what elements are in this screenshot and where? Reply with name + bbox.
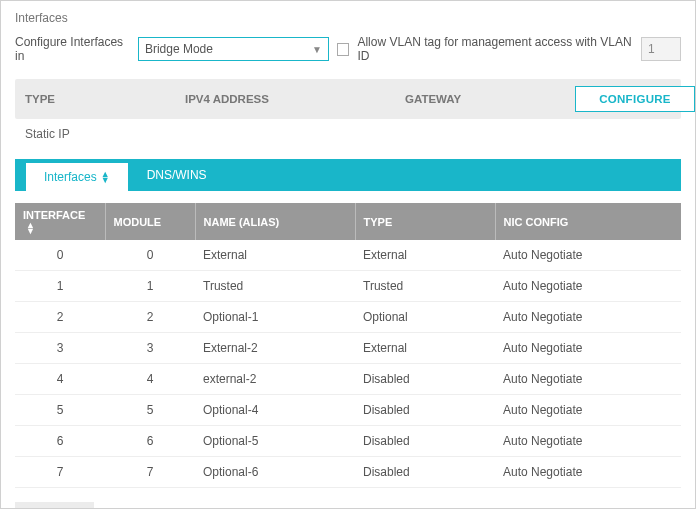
th-name[interactable]: NAME (ALIAS) (195, 203, 355, 240)
cell-module: 7 (105, 457, 195, 488)
mode-select[interactable]: Bridge Mode ▼ (138, 37, 329, 61)
cell-module: 5 (105, 395, 195, 426)
cell-module: 4 (105, 364, 195, 395)
summary-th-type: TYPE (25, 93, 185, 105)
cell-interface: 3 (15, 333, 105, 364)
cell-nic: Auto Negotiate (495, 395, 681, 426)
cell-nic: Auto Negotiate (495, 302, 681, 333)
summary-th-gateway: GATEWAY (405, 93, 575, 105)
summary-type-value: Static IP (15, 119, 681, 159)
page-title: Interfaces (15, 11, 681, 25)
tab-interfaces-label: Interfaces (44, 170, 97, 184)
cell-type: Disabled (355, 457, 495, 488)
table-row[interactable]: 55Optional-4DisabledAuto Negotiate (15, 395, 681, 426)
configure-button[interactable]: CONFIGURE (575, 86, 695, 112)
summary-header: TYPE IPV4 ADDRESS GATEWAY CONFIGURE (15, 79, 681, 119)
cell-name: External-2 (195, 333, 355, 364)
cell-interface: 1 (15, 271, 105, 302)
vlan-checkbox[interactable] (337, 43, 349, 56)
cell-name: Optional-4 (195, 395, 355, 426)
cell-interface: 7 (15, 457, 105, 488)
interfaces-table: INTERFACE ▲▼ MODULE NAME (ALIAS) TYPE NI… (15, 203, 681, 488)
tab-interfaces[interactable]: Interfaces ▲▼ (25, 162, 129, 191)
cell-type: Trusted (355, 271, 495, 302)
cell-module: 6 (105, 426, 195, 457)
table-row[interactable]: 00ExternalExternalAuto Negotiate (15, 240, 681, 271)
summary-th-ipv4: IPV4 ADDRESS (185, 93, 405, 105)
cell-module: 1 (105, 271, 195, 302)
vlan-id-input[interactable] (641, 37, 681, 61)
table-row[interactable]: 77Optional-6DisabledAuto Negotiate (15, 457, 681, 488)
tab-dnswins[interactable]: DNS/WINS (129, 159, 225, 191)
cell-name: Optional-1 (195, 302, 355, 333)
configure-label: Configure Interfaces in (15, 35, 130, 63)
cell-module: 3 (105, 333, 195, 364)
cell-nic: Auto Negotiate (495, 333, 681, 364)
cell-name: Optional-6 (195, 457, 355, 488)
cell-nic: Auto Negotiate (495, 364, 681, 395)
cell-nic: Auto Negotiate (495, 426, 681, 457)
th-interface[interactable]: INTERFACE ▲▼ (15, 203, 105, 240)
cell-type: External (355, 240, 495, 271)
cell-type: External (355, 333, 495, 364)
cell-interface: 5 (15, 395, 105, 426)
table-row[interactable]: 66Optional-5DisabledAuto Negotiate (15, 426, 681, 457)
cell-module: 0 (105, 240, 195, 271)
cell-interface: 6 (15, 426, 105, 457)
cell-interface: 0 (15, 240, 105, 271)
tabs-bar: Interfaces ▲▼ DNS/WINS (15, 159, 681, 191)
mode-select-value: Bridge Mode (145, 42, 213, 56)
cell-type: Disabled (355, 426, 495, 457)
cell-name: Trusted (195, 271, 355, 302)
cell-name: external-2 (195, 364, 355, 395)
cell-type: Disabled (355, 395, 495, 426)
cell-nic: Auto Negotiate (495, 457, 681, 488)
cell-nic: Auto Negotiate (495, 240, 681, 271)
table-row[interactable]: 33External-2ExternalAuto Negotiate (15, 333, 681, 364)
vlan-checkbox-label: Allow VLAN tag for management access wit… (357, 35, 633, 63)
table-row[interactable]: 44external-2DisabledAuto Negotiate (15, 364, 681, 395)
th-nic[interactable]: NIC CONFIG (495, 203, 681, 240)
cell-interface: 2 (15, 302, 105, 333)
cell-name: Optional-5 (195, 426, 355, 457)
table-row[interactable]: 22Optional-1OptionalAuto Negotiate (15, 302, 681, 333)
cell-nic: Auto Negotiate (495, 271, 681, 302)
sort-icon: ▲▼ (101, 171, 110, 183)
cell-name: External (195, 240, 355, 271)
chevron-down-icon: ▼ (312, 44, 322, 55)
cell-interface: 4 (15, 364, 105, 395)
th-module[interactable]: MODULE (105, 203, 195, 240)
table-row[interactable]: 11TrustedTrustedAuto Negotiate (15, 271, 681, 302)
th-type[interactable]: TYPE (355, 203, 495, 240)
edit-button[interactable]: EDIT (15, 502, 94, 509)
sort-icon: ▲▼ (26, 222, 35, 234)
cell-module: 2 (105, 302, 195, 333)
configure-row: Configure Interfaces in Bridge Mode ▼ Al… (15, 35, 681, 63)
cell-type: Disabled (355, 364, 495, 395)
cell-type: Optional (355, 302, 495, 333)
